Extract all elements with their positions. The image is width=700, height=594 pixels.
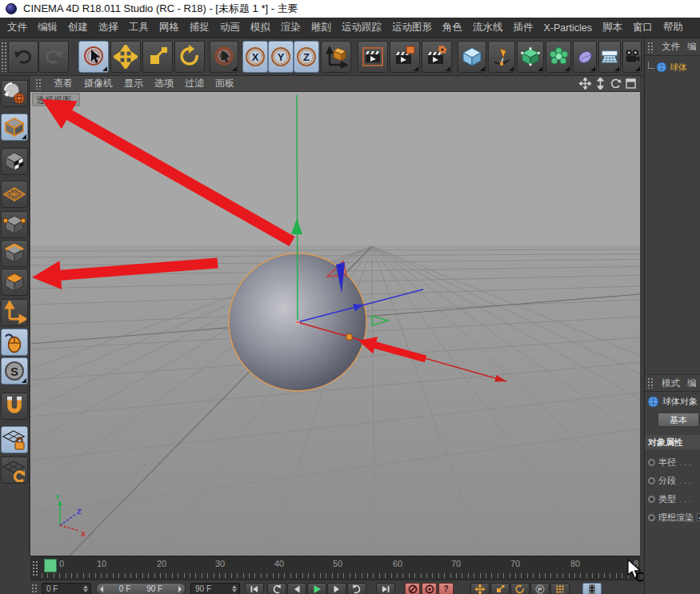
end-frame-spinbox[interactable]: 90 F <box>190 583 240 594</box>
coordinate-system-button[interactable] <box>321 41 351 73</box>
range-left-arrow-icon[interactable] <box>100 586 103 592</box>
workplane-mode-button[interactable] <box>1 181 28 208</box>
frame-range-slider[interactable]: 0 F 90 F <box>96 583 186 594</box>
key-circle-icon[interactable] <box>648 477 655 484</box>
object-name[interactable]: 球体 <box>670 62 687 74</box>
viewport-menubar-grip[interactable] <box>35 78 42 90</box>
vp-menu-camera[interactable]: 摄像机 <box>84 77 113 90</box>
workplane-rotate-button[interactable] <box>1 456 28 484</box>
add-mograph-button[interactable] <box>546 41 571 73</box>
live-selection-button[interactable] <box>78 41 109 73</box>
render-settings-button[interactable] <box>422 41 452 73</box>
tab-basic[interactable]: 基本 <box>658 413 699 427</box>
add-deformer-button[interactable] <box>573 41 597 73</box>
menu-item[interactable]: 文件 <box>7 21 27 34</box>
key-pla-button[interactable] <box>550 583 570 594</box>
toolbar-grip[interactable] <box>1 42 6 72</box>
add-cube-button[interactable] <box>458 41 486 73</box>
menu-item[interactable]: 帮助 <box>663 21 683 34</box>
vp-menu-view[interactable]: 查看 <box>54 77 73 90</box>
timeline-tick-label[interactable]: 80 <box>570 559 580 568</box>
lock-x-axis-button[interactable]: X <box>242 41 268 73</box>
next-frame-button[interactable] <box>327 583 346 594</box>
menu-item[interactable]: 角色 <box>442 21 462 34</box>
object-tree-row[interactable]: 球体 <box>645 59 700 75</box>
key-circle-icon[interactable] <box>648 496 655 503</box>
gizmo-center[interactable] <box>296 321 299 324</box>
next-key-button[interactable] <box>347 583 366 594</box>
menu-item[interactable]: 窗口 <box>633 21 653 34</box>
timeline-tick-label[interactable]: 70 <box>510 559 520 568</box>
snap-mode-button[interactable]: S <box>1 357 28 385</box>
timeline-tick-label[interactable]: 60 <box>393 559 402 568</box>
keyframe-button[interactable] <box>422 583 437 594</box>
menu-item[interactable]: 运动跟踪 <box>342 21 382 34</box>
enable-snap-button[interactable] <box>1 393 28 420</box>
om-menu-edit[interactable]: 编 <box>687 41 697 53</box>
rotate-tool-button[interactable] <box>174 41 205 73</box>
key-parameter-button[interactable]: P <box>530 583 550 594</box>
key-circle-icon[interactable] <box>648 514 655 521</box>
om-menu-file[interactable]: 文件 <box>662 41 680 53</box>
menu-item[interactable]: 动画 <box>220 21 240 34</box>
menu-item[interactable]: 创建 <box>68 21 88 34</box>
pan-view-icon[interactable] <box>579 78 591 90</box>
model-mode-button[interactable] <box>1 114 28 141</box>
menu-item[interactable]: 网格 <box>159 21 179 34</box>
property-row-ideal-render[interactable]: 理想渲染 ✓ <box>645 509 700 525</box>
timeline-tick-label[interactable]: 10 <box>97 559 106 568</box>
menu-item[interactable]: 流水线 <box>473 21 503 34</box>
menu-item[interactable]: X-Particles <box>544 22 592 34</box>
rotate-view-icon[interactable] <box>610 78 622 90</box>
add-generator-button[interactable] <box>517 41 544 73</box>
texture-mode-button[interactable] <box>1 148 28 175</box>
timeline-ruler[interactable]: 01020304050607070808 <box>30 556 640 580</box>
lock-y-axis-button[interactable]: Y <box>268 41 294 73</box>
make-editable-button[interactable] <box>1 80 28 107</box>
goto-end-button[interactable] <box>376 583 395 594</box>
filmstrip-button[interactable] <box>582 583 602 594</box>
undo-button[interactable] <box>8 41 38 73</box>
render-picture-viewer-button[interactable] <box>390 41 420 73</box>
range-right-arrow-icon[interactable] <box>178 586 182 592</box>
autokey-help-button[interactable]: ? <box>438 583 454 594</box>
move-tool-button[interactable] <box>110 41 141 73</box>
timeline-tick-label[interactable]: 20 <box>157 559 166 568</box>
ideal-render-checkbox[interactable]: ✓ <box>697 513 700 521</box>
zoom-view-icon[interactable] <box>594 78 606 90</box>
lock-z-axis-button[interactable]: Z <box>294 41 319 73</box>
menu-item[interactable]: 编辑 <box>38 21 58 34</box>
points-mode-button[interactable] <box>1 211 28 238</box>
menu-item[interactable]: 工具 <box>129 21 149 34</box>
viewport-canvas[interactable]: 透视视图 <box>30 92 640 556</box>
prev-key-button[interactable] <box>267 583 286 594</box>
menu-item[interactable]: 插件 <box>514 21 534 34</box>
polygons-mode-button[interactable] <box>1 269 28 296</box>
gizmo-x-handle[interactable] <box>346 334 352 340</box>
add-camera-button[interactable] <box>622 41 642 73</box>
current-frame-marker[interactable] <box>44 559 57 572</box>
property-row-segments[interactable]: 分段 . . . <box>645 472 700 488</box>
menu-item[interactable]: 模拟 <box>250 21 270 34</box>
edges-mode-button[interactable] <box>1 240 28 267</box>
attribute-manager-grip[interactable] <box>647 377 654 389</box>
timeline-tick-label[interactable]: 70 <box>451 559 461 568</box>
timeline-tick-label[interactable]: 30 <box>215 559 225 568</box>
timeline-grip[interactable] <box>32 560 38 576</box>
tweak-mode-button[interactable] <box>1 329 28 356</box>
key-circle-icon[interactable] <box>648 459 655 466</box>
vp-menu-display[interactable]: 显示 <box>124 77 143 90</box>
render-view-button[interactable] <box>358 41 388 73</box>
property-row-type[interactable]: 类型 . . . <box>645 491 700 507</box>
menu-item[interactable]: 运动图形 <box>392 21 432 34</box>
object-properties-section[interactable]: 对象属性 <box>645 435 700 449</box>
am-menu-edit[interactable]: 编 <box>687 377 697 389</box>
property-row-radius[interactable]: 半径 . . . <box>645 454 700 470</box>
recent-selection-button[interactable] <box>210 41 238 73</box>
vp-menu-filter[interactable]: 过滤 <box>185 77 204 90</box>
record-button[interactable] <box>405 583 420 594</box>
goto-start-button[interactable] <box>245 583 264 594</box>
vp-menu-options[interactable]: 选项 <box>154 77 174 90</box>
timeline-tick-label[interactable]: 40 <box>274 559 284 568</box>
prev-frame-button[interactable] <box>287 583 306 594</box>
